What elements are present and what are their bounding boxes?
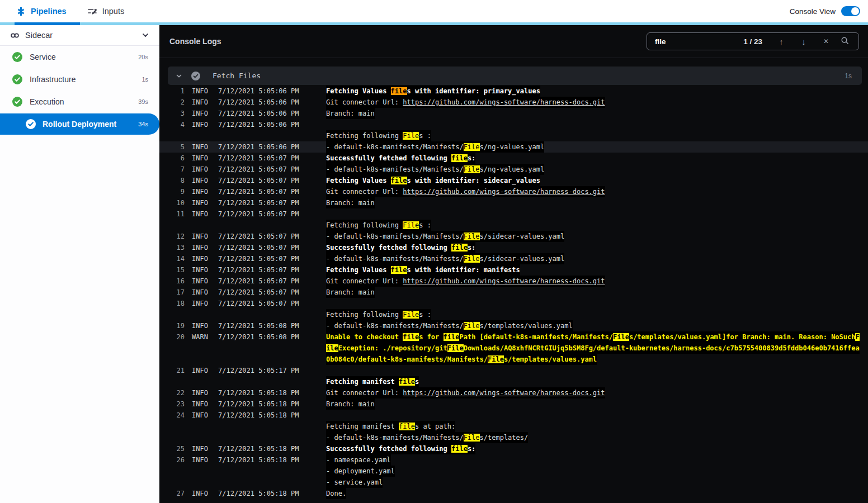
search-prev-icon[interactable]: ↑ <box>770 37 792 46</box>
success-check-icon <box>12 74 22 84</box>
active-tab-indicator <box>15 22 80 25</box>
sidebar-item-infrastructure[interactable]: Infrastructure 1s <box>0 68 159 91</box>
log-level <box>192 432 211 443</box>
log-text: Successfully fetched following <box>326 244 451 252</box>
search-icon[interactable] <box>837 36 852 46</box>
tab-label: Inputs <box>102 7 125 16</box>
search-match-highlight: file <box>403 333 419 341</box>
search-match-highlight: F <box>855 333 859 341</box>
log-level: INFO <box>192 320 211 331</box>
log-link[interactable]: https://github.com/wings-software/harnes… <box>403 389 605 397</box>
log-text: s with identifier: primary_values <box>407 87 540 95</box>
log-row: 4INFO7/12/2021 5:05:06 PM <box>159 119 868 130</box>
log-level: INFO <box>192 197 211 208</box>
log-level: INFO <box>192 264 211 276</box>
log-line-number <box>169 354 185 365</box>
log-level <box>192 130 211 141</box>
log-line-number: 4 <box>169 119 185 130</box>
duration-badge: 1s <box>141 76 148 83</box>
log-message: - default-k8s-manifests/Manifests/Files/… <box>326 141 544 153</box>
log-line-number: 20 <box>169 331 185 343</box>
tab-pipelines[interactable]: Pipelines <box>15 0 68 22</box>
log-text: Git connector Url: <box>326 98 403 106</box>
log-text: s/templates/values.yaml <box>480 322 573 330</box>
log-link[interactable]: https://github.com/wings-software/harnes… <box>403 188 605 196</box>
pipeline-icon <box>16 7 26 16</box>
log-line-number: 14 <box>169 253 185 264</box>
log-line-number: 17 <box>169 287 185 298</box>
log-text: s/templates/values.yaml <box>504 355 597 363</box>
log-message: Successfully fetched following files: <box>326 153 475 164</box>
log-row: 20WARN7/12/2021 5:05:08 PMUnable to chec… <box>159 331 868 343</box>
log-text: Done. <box>326 490 346 497</box>
log-line-number <box>169 343 185 354</box>
search-close-icon[interactable]: ✕ <box>815 37 837 45</box>
log-row: 10INFO7/12/2021 5:05:07 PMBranch: main <box>159 197 868 208</box>
log-line-number <box>169 421 185 432</box>
log-text: Successfully fetched following <box>326 154 451 162</box>
search-match-highlight: File <box>464 232 480 240</box>
log-timestamp: 7/12/2021 5:05:07 PM <box>218 208 298 220</box>
log-row: - deployment.yaml <box>159 466 868 477</box>
section-duration: 1s <box>845 72 852 80</box>
log-message: Fetching Values files with identifier: s… <box>326 175 540 186</box>
log-text: - service.yaml <box>326 478 383 486</box>
log-link[interactable]: https://github.com/wings-software/harnes… <box>403 98 605 106</box>
log-text: Downloads/AQ8xhfNCRtGIUjq5bSM8Fg/default… <box>464 344 860 352</box>
log-level: INFO <box>192 298 211 309</box>
search-next-icon[interactable]: ↓ <box>792 37 815 46</box>
log-level: INFO <box>192 175 211 186</box>
log-search-box: 1 / 23 ↑ ↓ ✕ <box>647 32 859 50</box>
sidebar-item-service[interactable]: Service 20s <box>0 46 159 68</box>
log-message: - default-k8s-manifests/Manifests/Files/… <box>326 164 544 175</box>
log-timestamp: 7/12/2021 5:05:07 PM <box>218 242 298 253</box>
log-line-number: 1 <box>169 86 185 97</box>
log-message: - default-k8s-manifests/Manifests/Files/… <box>326 231 564 242</box>
log-level: WARN <box>192 331 211 343</box>
search-match-highlight: file <box>451 445 468 453</box>
log-level: INFO <box>192 108 211 119</box>
log-row: Fetching manifest files at path: <box>159 421 868 432</box>
log-level <box>192 477 211 488</box>
search-input[interactable] <box>655 37 743 46</box>
console-view-toggle[interactable] <box>841 6 860 16</box>
search-match-highlight: file <box>391 177 407 184</box>
log-line-number: 10 <box>169 197 185 208</box>
console-header: Console Logs 1 / 23 ↑ ↓ ✕ <box>159 25 868 58</box>
log-message: Fetching manifest files <box>326 376 419 387</box>
log-section-fetch-files[interactable]: Fetch Files 1s <box>168 67 862 85</box>
log-text: s with identifier: sidecar_values <box>407 177 540 184</box>
log-timestamp: 7/12/2021 5:05:06 PM <box>218 86 298 97</box>
log-link[interactable]: https://github.com/wings-software/harnes… <box>403 277 605 285</box>
sidebar-item-label: Execution <box>30 97 64 106</box>
log-message: Successfully fetched following files: <box>326 443 475 454</box>
log-text: s/sidecar-values.yaml <box>480 255 565 263</box>
log-timestamp: 7/12/2021 5:05:08 PM <box>218 331 298 343</box>
log-text: - namespace.yaml <box>326 456 391 464</box>
log-timestamp: 7/12/2021 5:05:07 PM <box>218 197 298 208</box>
sidebar-item-rollout-deployment[interactable]: Rollout Deployment 34s <box>0 113 159 135</box>
log-message: Branch: main <box>326 108 375 119</box>
console-title: Console Logs <box>169 37 221 46</box>
toggle-knob <box>851 7 859 15</box>
log-timestamp <box>218 421 298 432</box>
tab-inputs[interactable]: Inputs <box>86 0 126 22</box>
log-timestamp <box>218 376 298 387</box>
magnifier-icon <box>841 36 849 45</box>
log-row: 1INFO7/12/2021 5:05:06 PMFetching Values… <box>159 86 868 97</box>
log-message: 0b084c0/default-k8s-manifests/Manifests/… <box>326 354 597 365</box>
sidebar-item-execution[interactable]: Execution 39s <box>0 91 159 113</box>
stage-sidebar: Sidecar Service 20s Infrastructure 1s Ex… <box>0 25 159 503</box>
search-match-highlight: File <box>464 255 480 263</box>
log-row: 11INFO7/12/2021 5:05:07 PM <box>159 208 868 220</box>
log-line-number <box>169 432 185 443</box>
log-level: INFO <box>192 454 211 466</box>
log-row: 13INFO7/12/2021 5:05:07 PMSuccessfully f… <box>159 242 868 253</box>
log-level <box>192 354 211 365</box>
log-timestamp: 7/12/2021 5:05:18 PM <box>218 454 298 466</box>
log-row: Fetching manifest files <box>159 376 868 387</box>
log-text: Branch: main <box>326 400 375 408</box>
stage-selector[interactable]: Sidecar <box>0 25 159 46</box>
log-line-number: 13 <box>169 242 185 253</box>
search-match-highlight: File <box>403 311 419 319</box>
